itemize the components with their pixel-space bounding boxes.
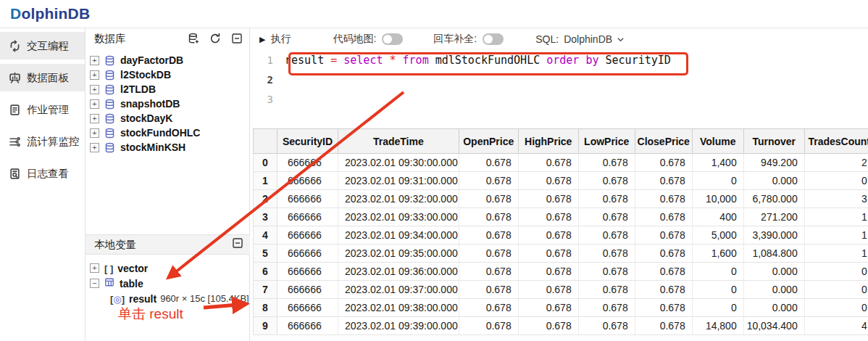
expand-icon[interactable]: −: [90, 279, 99, 288]
cell: 1,600: [692, 245, 743, 263]
dbtree-item-stockMinKSH[interactable]: +stockMinKSH: [85, 140, 249, 155]
table-row[interactable]: 16666662023.02.01 09:31:00.0000.6780.678…: [254, 172, 868, 190]
database-name: stockDayK: [120, 112, 172, 124]
cell: 6: [254, 263, 277, 281]
expand-icon[interactable]: +: [90, 99, 99, 109]
column-header-TradeTime[interactable]: TradeTime: [338, 129, 459, 154]
expand-icon[interactable]: +: [90, 263, 99, 273]
cell: 1: [804, 208, 868, 226]
column-header-Volume[interactable]: Volume: [692, 129, 743, 154]
cell: 2023.02.01 09:30:00.000: [338, 154, 459, 172]
sidebar-item-stream-monitor[interactable]: 流计算监控: [0, 128, 85, 155]
column-header-rownum[interactable]: [254, 129, 277, 154]
cell: 0.678: [578, 190, 635, 208]
database-icon: [104, 84, 115, 95]
cell: 0: [804, 263, 868, 281]
cell: 4: [254, 226, 277, 245]
run-button[interactable]: ▶ 执行: [259, 33, 291, 46]
collapse-variables-icon[interactable]: [232, 237, 243, 252]
cell: 0.678: [518, 154, 578, 172]
expand-icon[interactable]: +: [90, 85, 99, 94]
dbtree-item-stockDayK[interactable]: +stockDayK: [85, 111, 249, 126]
expand-icon[interactable]: +: [90, 114, 99, 123]
database-name: l2TLDB: [120, 83, 156, 95]
local-variables-header: 本地变量: [85, 234, 250, 255]
column-header-HighPrice[interactable]: HighPrice: [518, 129, 578, 154]
sidebar-item-log-view[interactable]: 日志查看: [0, 160, 85, 187]
code-token: *: [390, 54, 403, 67]
cell: 0: [692, 263, 743, 281]
table-row[interactable]: 06666662023.02.01 09:30:00.0000.6780.678…: [254, 154, 868, 172]
cell: 0.678: [578, 208, 635, 226]
database-add-icon[interactable]: [188, 33, 199, 44]
cell: 949.200: [743, 154, 804, 172]
code-map-label: 代码地图:: [333, 33, 376, 46]
table-row[interactable]: 76666662023.02.01 09:37:00.0000.6780.678…: [254, 281, 868, 299]
dbtree-item-l2TLDB[interactable]: +l2TLDB: [85, 82, 249, 96]
expand-icon[interactable]: +: [90, 128, 99, 138]
column-header-Turnover[interactable]: Turnover: [743, 129, 804, 154]
refresh-icon[interactable]: [209, 33, 221, 44]
cell: 666666: [277, 154, 338, 172]
cell: 0: [692, 172, 743, 190]
cell: 0.678: [518, 299, 578, 317]
variable-item-result[interactable]: [◎]result960r × 15c [105.4KB]: [85, 291, 250, 306]
dbtree-item-dayFactorDB[interactable]: +dayFactorDB: [85, 53, 249, 67]
variable-item-table[interactable]: −table: [85, 276, 250, 291]
dbtree-item-l2StockDB[interactable]: +l2StockDB: [85, 67, 249, 82]
table-row[interactable]: 56666662023.02.01 09:35:00.0000.6780.678…: [254, 245, 868, 263]
column-header-OpenPrice[interactable]: OpenPrice: [459, 129, 518, 154]
annotation-click-result-text: 单击 result: [118, 305, 183, 324]
cell: 666666: [277, 190, 338, 208]
table-row[interactable]: 86666662023.02.01 09:38:00.0000.6780.678…: [254, 299, 868, 317]
column-header-SecurityID[interactable]: SecurityID: [277, 129, 338, 154]
collapse-panel-icon[interactable]: [231, 33, 243, 44]
dbtree-item-stockFundOHLC[interactable]: +stockFundOHLC: [85, 126, 249, 140]
cell: 1,400: [692, 154, 743, 172]
cell: 0.000: [743, 281, 804, 299]
expand-icon[interactable]: +: [90, 143, 99, 152]
cell: 0: [692, 281, 743, 299]
cell: 4: [804, 317, 868, 335]
variable-item-vector[interactable]: +[ ]vector: [85, 260, 250, 276]
cell: 0.000: [743, 299, 804, 317]
dolphindb-logo[interactable]: DolphinDB: [10, 5, 90, 22]
sidebar-item-job-management[interactable]: 作业管理: [0, 96, 85, 123]
cell: 2023.02.01 09:32:00.000: [338, 190, 459, 208]
column-header-ClosePrice[interactable]: ClosePrice: [635, 129, 692, 154]
expand-icon[interactable]: +: [90, 70, 99, 80]
table-row[interactable]: 36666662023.02.01 09:33:00.0000.6780.678…: [254, 208, 868, 226]
database-icon: [104, 142, 115, 153]
cell: 0.678: [518, 317, 578, 335]
sidebar-item-interactive-programming[interactable]: 交互编程: [0, 32, 85, 59]
database-icon: [104, 70, 115, 81]
cell: 0.678: [459, 281, 518, 299]
cell: 0.000: [743, 172, 804, 190]
cell: 0.678: [635, 208, 692, 226]
enter-complete-toggle[interactable]: [483, 33, 504, 45]
cell: 2023.02.01 09:36:00.000: [338, 263, 459, 281]
code-map-toggle[interactable]: [382, 33, 403, 45]
code-line: 3: [251, 89, 868, 109]
dbtree-item-snapshotDB[interactable]: +snapshotDB: [85, 96, 249, 111]
cell: 0.678: [635, 317, 692, 335]
database-panel: 数据库 +dayFactorDB+l2StockDB+l2TLDB+snapsh…: [85, 28, 250, 341]
code-editor[interactable]: 1result = select * from mdlStockFundOHLC…: [251, 50, 868, 128]
expand-icon[interactable]: +: [90, 56, 99, 65]
table-row[interactable]: 46666662023.02.01 09:34:00.0000.6780.678…: [254, 226, 868, 245]
code-token: order: [546, 54, 585, 67]
table-row[interactable]: 96666662023.02.01 09:39:00.0000.6780.678…: [254, 317, 868, 335]
sql-dialect-select[interactable]: SQL: DolphinDB: [535, 33, 625, 45]
table-row[interactable]: 66666662023.02.01 09:36:00.0000.6780.678…: [254, 263, 868, 281]
logo-first-letter: D: [10, 5, 21, 22]
cell: 666666: [277, 208, 338, 226]
sidebar-item-data-panel[interactable]: 数据面板: [0, 64, 85, 91]
column-header-TradesCount[interactable]: TradesCount: [804, 129, 868, 154]
table-row[interactable]: 26666662023.02.01 09:32:00.0000.6780.678…: [254, 190, 868, 208]
cell: 10,000: [692, 190, 743, 208]
cell: 5: [254, 245, 277, 263]
cell: 7: [254, 281, 277, 299]
app-header: DolphinDB: [0, 0, 868, 28]
cell: 1,084.800: [743, 245, 804, 263]
column-header-LowPrice[interactable]: LowPrice: [578, 129, 635, 154]
